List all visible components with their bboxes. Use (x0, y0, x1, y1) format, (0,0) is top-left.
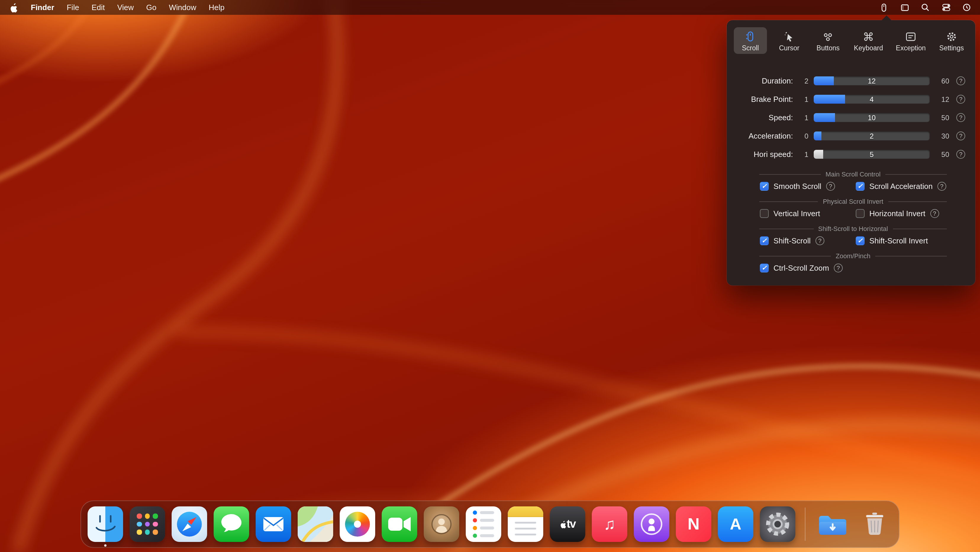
horizontal-invert-checkbox[interactable]: ✓ Horizontal Invert ? (856, 209, 939, 218)
dock-item-news[interactable]: N (676, 506, 711, 542)
menu-bar: Finder File Edit View Go Window Help (0, 0, 980, 15)
dock-item-messages[interactable] (214, 506, 249, 542)
dock-item-system-settings[interactable] (760, 506, 795, 542)
buttons-icon (822, 30, 834, 43)
tab-exception[interactable]: Exception (892, 27, 929, 54)
checkbox[interactable]: ✓ (760, 263, 769, 273)
dock-item-music[interactable]: ♫ (592, 506, 627, 542)
dock-item-notes[interactable] (508, 506, 543, 542)
section-title: Main Scroll Control (826, 171, 881, 178)
apple-menu[interactable] (8, 2, 18, 13)
tab-scroll[interactable]: Scroll (734, 27, 767, 54)
menu-item-go[interactable]: Go (146, 3, 156, 12)
checkbox[interactable]: ✓ (856, 209, 865, 218)
slider-row-speed: Speed: 1 10 50 ? (727, 108, 975, 127)
menu-item-view[interactable]: View (117, 3, 134, 12)
slider-row-hori-speed: Hori speed: 1 5 50 ? (727, 145, 975, 163)
control-center-icon[interactable] (941, 2, 951, 13)
facetime-icon (382, 506, 417, 542)
dock-item-maps[interactable] (298, 506, 333, 542)
checkbox[interactable]: ✓ (856, 236, 865, 245)
clock-icon[interactable] (962, 2, 972, 13)
speed-slider[interactable]: 10 (814, 113, 930, 122)
tab-label: Buttons (817, 45, 840, 51)
dock-item-app-store[interactable]: A (718, 506, 753, 542)
brake-point-slider[interactable]: 4 (814, 95, 930, 104)
menu-item-file[interactable]: File (67, 3, 79, 12)
news-icon: N (676, 506, 711, 542)
help-icon[interactable]: ? (956, 95, 965, 104)
hori-speed-slider[interactable]: 5 (814, 150, 930, 159)
shift-scroll-checkbox[interactable]: ✓ Shift-Scroll ? (760, 236, 856, 245)
dock-item-podcasts[interactable] (634, 506, 669, 542)
help-icon[interactable]: ? (956, 77, 965, 85)
window-icon[interactable] (899, 2, 910, 13)
help-icon[interactable]: ? (937, 182, 946, 191)
tab-label: Keyboard (854, 45, 883, 51)
slider-min: 0 (795, 132, 808, 140)
photos-icon (340, 506, 375, 542)
menu-bar-status-area (879, 2, 972, 13)
menu-item-edit[interactable]: Edit (91, 3, 105, 12)
contacts-icon (424, 506, 459, 542)
help-icon[interactable]: ? (956, 150, 965, 159)
vertical-invert-checkbox[interactable]: ✓ Vertical Invert (760, 209, 856, 218)
slider-max: 30 (935, 132, 949, 140)
slider-max: 60 (935, 77, 949, 85)
checkbox-label: Vertical Invert (773, 209, 820, 218)
section-title: Zoom/Pinch (835, 252, 870, 259)
smooth-scroll-checkbox[interactable]: ✓ Smooth Scroll ? (760, 182, 856, 191)
maps-icon (298, 506, 333, 542)
scroll-icon (745, 30, 756, 43)
ctrl-scroll-zoom-checkbox[interactable]: ✓ Ctrl-Scroll Zoom ? (760, 263, 843, 273)
help-icon[interactable]: ? (816, 236, 824, 245)
dock-item-reminders[interactable] (466, 506, 501, 542)
menu-item-window[interactable]: Window (169, 3, 196, 12)
dock-item-downloads[interactable] (815, 506, 850, 542)
slider-label: Duration: (727, 77, 793, 85)
checkbox-label: Shift-Scroll Invert (869, 236, 928, 245)
tab-buttons[interactable]: Buttons (811, 27, 845, 54)
checkbox[interactable]: ✓ (856, 182, 865, 191)
tab-keyboard[interactable]: ⌘ Keyboard (850, 27, 886, 54)
tab-cursor[interactable]: Cursor (773, 27, 806, 54)
tab-settings[interactable]: Settings (935, 27, 968, 54)
slider-value: 2 (814, 131, 930, 140)
app-store-icon: A (718, 506, 753, 542)
slider-label: Brake Point: (727, 95, 793, 104)
mos-preferences-popover: Scroll Cursor Buttons (727, 20, 975, 286)
dock-item-mail[interactable] (256, 506, 291, 542)
menu-item-help[interactable]: Help (208, 3, 224, 12)
slider-row-acceleration: Acceleration: 0 2 30 ? (727, 127, 975, 145)
dock-item-safari[interactable] (172, 506, 207, 542)
section-title: Physical Scroll Invert (823, 198, 883, 205)
scroll-acceleration-checkbox[interactable]: ✓ Scroll Acceleration ? (856, 182, 946, 191)
dock-item-photos[interactable] (340, 506, 375, 542)
checkbox[interactable]: ✓ (760, 182, 769, 191)
messages-icon (214, 506, 249, 542)
slider-min: 2 (795, 77, 808, 85)
dock-item-facetime[interactable] (382, 506, 417, 542)
dock-item-tv[interactable]: tv (550, 506, 585, 542)
help-icon[interactable]: ? (956, 131, 965, 140)
help-icon[interactable]: ? (930, 209, 939, 218)
help-icon[interactable]: ? (956, 113, 965, 122)
acceleration-slider[interactable]: 2 (814, 131, 930, 140)
dock-item-launchpad[interactable] (130, 506, 165, 542)
tab-label: Cursor (779, 45, 800, 51)
tab-bar: Scroll Cursor Buttons (727, 26, 975, 54)
checkbox[interactable]: ✓ (760, 236, 769, 245)
dock-item-finder[interactable] (88, 506, 123, 542)
dock-item-contacts[interactable] (424, 506, 459, 542)
shift-scroll-invert-checkbox[interactable]: ✓ Shift-Scroll Invert (856, 236, 928, 245)
help-icon[interactable]: ? (826, 182, 835, 191)
checkbox-row: ✓ Vertical Invert ✓ Horizontal Invert ? (727, 209, 975, 218)
active-app-name[interactable]: Finder (31, 3, 54, 12)
dock-item-trash[interactable] (857, 506, 892, 542)
duration-slider[interactable]: 12 (814, 77, 930, 85)
help-icon[interactable]: ? (834, 263, 843, 273)
checkbox[interactable]: ✓ (760, 209, 769, 218)
safari-icon (172, 506, 207, 542)
apple-tv-icon: tv (550, 506, 585, 542)
spotlight-icon[interactable] (920, 2, 930, 13)
